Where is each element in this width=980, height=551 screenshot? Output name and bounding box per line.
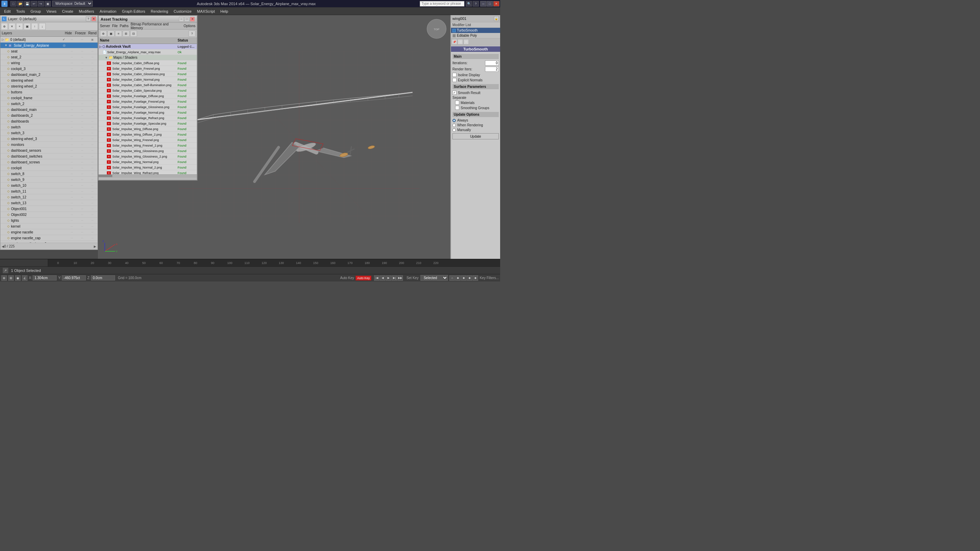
asset-item[interactable]: R Solar_Impulse_Cabin_Specular.png Found (99, 88, 197, 94)
asset-item[interactable]: R Solar_Impulse_Wing_Glossiness_2.png Fo… (99, 154, 197, 159)
layer-item[interactable]: ◇ switch_2 ··· ··· ··· (0, 101, 97, 107)
workspace-dropdown[interactable]: Workspace: Default (52, 1, 93, 6)
coord-snap-icon[interactable]: ◉ (15, 275, 21, 281)
ts-smoothing-row[interactable]: Smoothing Groups (452, 106, 499, 110)
ts-smooth-checkbox[interactable] (452, 91, 457, 95)
undo-btn[interactable]: ↩ (31, 1, 37, 6)
key-filter-btn3[interactable]: ◆ (461, 275, 466, 281)
ts-smooth-row[interactable]: Smooth Result (452, 91, 499, 95)
minimize-btn[interactable]: ─ (480, 1, 487, 6)
layer-item[interactable]: ◇ seat_2 ··· ··· ··· (0, 54, 97, 60)
asset-item[interactable]: R Solar_Impulse_Cabin_Glossiness.png Fou… (99, 71, 197, 77)
layer-item[interactable]: ◇ engine nacelle_large_2 ··· ··· ··· (0, 241, 97, 243)
menu-help[interactable]: Help (218, 9, 231, 14)
asset-restore-btn[interactable]: □ (185, 17, 189, 22)
asset-menu-options[interactable]: Options (184, 24, 196, 28)
layer-item[interactable]: ◇ lights ··· ··· ··· (0, 218, 97, 224)
layer-item[interactable]: ◇ Object001 ··· ··· ··· (0, 206, 97, 212)
asset-item[interactable]: R Solar_Impulse_Wing_Refract.png Found (99, 170, 197, 175)
coord-x-input[interactable] (33, 275, 57, 281)
asset-menu-server[interactable]: Server (100, 24, 110, 28)
asset-help-btn[interactable]: ? (189, 30, 196, 37)
layer-add-sel-btn[interactable]: + (16, 23, 23, 30)
layer-item[interactable]: ◇ switch_12 ··· ··· ··· (0, 194, 97, 200)
layer-item[interactable]: ◇ dashboard_sensors ··· ··· ··· (0, 148, 97, 154)
asset-item[interactable]: 📄 Solar_Energy_Airplane_max_vray.max Ok (99, 49, 197, 55)
asset-close-btn[interactable]: ✕ (190, 17, 195, 22)
prev-frame-btn[interactable]: ◀ (380, 275, 385, 281)
key-filter-btn1[interactable]: ⌂ (449, 275, 455, 281)
asset-item[interactable]: R Solar_Impulse_Wing_Diffuse.png Found (99, 126, 197, 132)
menu-graph-editors[interactable]: Graph Editors (119, 9, 148, 14)
ts-explicit-checkbox[interactable] (452, 78, 457, 82)
asset-item[interactable]: ▼ 📁 Maps / Shaders (99, 55, 197, 60)
asset-item[interactable]: ▷ ⬡ Autodesk Vault Logged C... (99, 44, 197, 49)
asset-item[interactable]: R Solar_Impulse_Cabin_Fresnel.png Found (99, 66, 197, 71)
ts-always-radio[interactable] (452, 119, 456, 122)
asset-toolbar-btn2[interactable]: ▣ (108, 30, 115, 37)
next-frame-btn[interactable]: ▶| (391, 275, 397, 281)
layer-item[interactable]: ◇ engine nacelle_cap ··· ··· ··· (0, 235, 97, 241)
layer-item[interactable]: ◇ seat ··· ··· ··· (0, 48, 97, 54)
ts-render-iters-input[interactable]: 2 (485, 67, 499, 72)
ts-materials-row[interactable]: Materials (452, 101, 499, 105)
menu-tools[interactable]: Tools (13, 9, 28, 14)
play-btn[interactable]: ▶ (386, 275, 391, 281)
asset-item[interactable]: R Solar_Impulse_Fuselage_Fresnel.png Fou… (99, 99, 197, 104)
show-all-btn[interactable]: 👁 (463, 39, 469, 44)
layer-item[interactable]: ◇ steering wheel_3 ··· ··· ··· (0, 136, 97, 142)
editablepoly-modifier[interactable]: Editable Poly (451, 33, 500, 38)
search-input[interactable] (420, 1, 465, 6)
save-btn[interactable]: 💾 (24, 1, 30, 6)
asset-item[interactable]: R Solar_Impulse_Wing_Normal_2.png Found (99, 165, 197, 170)
pin-stack-btn[interactable]: 📌 (452, 39, 457, 44)
close-btn[interactable]: ✕ (493, 1, 500, 6)
layer-item[interactable]: ◇ switch_8 ··· ··· ··· (0, 171, 97, 177)
asset-item[interactable]: R Solar_Impulse_Fuselage_Glossiness.png … (99, 104, 197, 110)
asset-item[interactable]: R Solar_Impulse_Wing_Fresnel.png Found (99, 137, 197, 143)
ts-iterations-input[interactable]: 0 (485, 60, 499, 65)
menu-customize[interactable]: Customize (171, 9, 194, 14)
coord-grid-icon[interactable]: ⊞ (8, 275, 14, 281)
asset-scrollbar[interactable] (99, 175, 197, 177)
asset-toolbar-btn4[interactable]: ⊞ (123, 30, 129, 37)
asset-item[interactable]: R Solar_Impulse_Fuselage_Refract.png Fou… (99, 115, 197, 121)
layer-item[interactable]: ◇ switch ··· ··· ··· (0, 124, 97, 130)
selected-dropdown[interactable]: Selected (420, 275, 448, 281)
autokey-btn[interactable]: Auto Key (356, 276, 372, 281)
ts-materials-checkbox[interactable] (455, 101, 459, 105)
layer-item[interactable]: ◇ wiring ··· ··· ··· (0, 60, 97, 66)
asset-toolbar-btn1[interactable]: ⊕ (100, 30, 107, 37)
layer-item[interactable]: ◇ kernel ··· ··· ··· (0, 224, 97, 229)
layer-new-btn[interactable]: ⊕ (1, 23, 8, 30)
layer-item[interactable]: ◇ dashboards_2 ··· ··· ··· (0, 113, 97, 118)
asset-item[interactable]: R Solar_Impulse_Wing_Diffuse_2.png Found (99, 132, 197, 137)
layer-item[interactable]: ◇ buttons ··· ··· ··· (0, 89, 97, 95)
asset-menu-bitmap[interactable]: Bitmap Performance and Memory (130, 22, 181, 30)
select-tool-icon[interactable]: ↗ (3, 268, 8, 273)
ts-manually-row[interactable]: Manually (452, 128, 499, 132)
coord-angle-icon[interactable]: ∠ (22, 275, 27, 281)
asset-item[interactable]: R Solar_Impulse_Fuselage_Specular.png Fo… (99, 121, 197, 126)
key-filter-btn2[interactable]: ◆ (455, 275, 461, 281)
asset-item[interactable]: R Solar_Impulse_Wing_Glossiness.png Foun… (99, 148, 197, 154)
menu-modifiers[interactable]: Modifiers (76, 9, 97, 14)
layer-item[interactable]: ◇ dashboard_switches ··· ··· ··· (0, 154, 97, 159)
asset-item[interactable]: R Solar_Impulse_Fuselage_Diffuse.png Fou… (99, 94, 197, 99)
asset-item[interactable]: R Solar_Impulse_Cabin_Diffuse.png Found (99, 60, 197, 66)
key-filter-btn4[interactable]: ◆ (467, 275, 473, 281)
maximize-btn[interactable]: □ (487, 1, 493, 6)
layer-sel-objs-btn[interactable]: ▣ (24, 23, 30, 30)
menu-rendering[interactable]: Rendering (148, 9, 171, 14)
render-setup-btn[interactable]: ▣ (45, 1, 51, 6)
turbosm-modifier[interactable]: TurboSmooth (451, 28, 500, 33)
layer-item[interactable]: ◇ dashboard_screws ··· ··· ··· (0, 159, 97, 165)
lock-btn[interactable]: 🔒 (494, 16, 499, 21)
layer-item[interactable]: ◇ cockpit_3 ··· ··· ··· (0, 66, 97, 72)
layer-item[interactable]: ◇ Object002 ··· ··· ··· (0, 212, 97, 218)
asset-item[interactable]: R Solar_Impulse_Wing_Normal.png Found (99, 159, 197, 165)
ts-update-btn[interactable]: Update (452, 133, 499, 140)
layer-help-btn[interactable]: ? (86, 16, 91, 21)
ts-isoline-row[interactable]: Isoline Display (452, 73, 499, 77)
key-filter-btn5[interactable]: ◆ (473, 275, 478, 281)
